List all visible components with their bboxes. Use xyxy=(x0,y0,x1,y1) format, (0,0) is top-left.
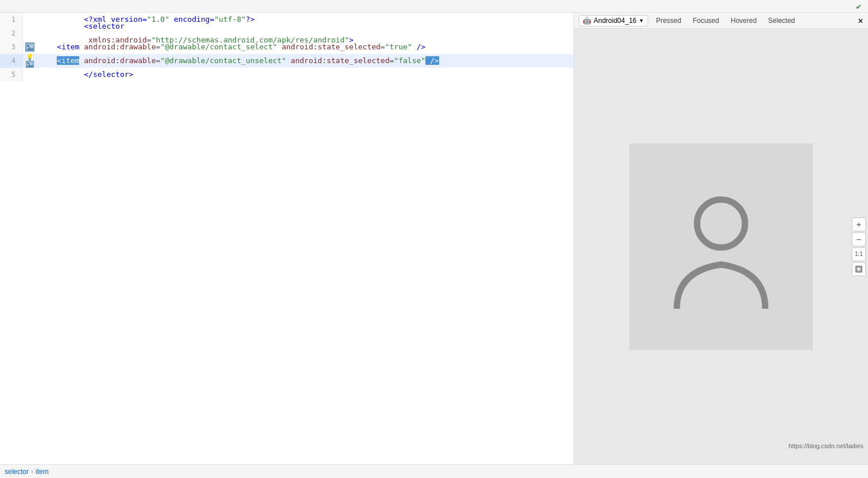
line-number-3: 3 xyxy=(0,40,23,54)
line-gutter-4: 💡 xyxy=(23,54,37,68)
url-tooltip: https://blog.csdn.net/ladies xyxy=(789,442,863,449)
state-focused-button[interactable]: Focused xyxy=(689,15,723,26)
line-content-5: </selector> xyxy=(37,54,133,95)
breadcrumb-separator: › xyxy=(31,468,33,476)
line-number-1: 1 xyxy=(0,13,23,26)
code-editor: 1 <?xml version="1.0" encoding="utf-8"?>… xyxy=(0,13,574,464)
svg-rect-10 xyxy=(857,267,861,271)
android-version-label: Android04_16 xyxy=(594,17,637,25)
svg-point-8 xyxy=(697,199,745,247)
svg-point-2 xyxy=(27,45,29,47)
zoom-ratio-button[interactable]: 1:1 xyxy=(852,247,866,261)
line-gutter-3[interactable] xyxy=(23,42,37,52)
zoom-fit-button[interactable] xyxy=(852,262,866,276)
svg-point-6 xyxy=(28,63,29,64)
line-number-2: 2 xyxy=(0,26,23,40)
state-selected-button[interactable]: Selected xyxy=(765,15,799,26)
breadcrumb-selector[interactable]: selector xyxy=(5,468,29,476)
state-pressed-button[interactable]: Pressed xyxy=(653,15,685,26)
preview-panel: 🤖 Android04_16 ▼ Pressed Focused Hovered… xyxy=(574,13,868,464)
android-version-selector[interactable]: 🤖 Android04_16 ▼ xyxy=(579,15,648,26)
drawable-preview-icon-3[interactable] xyxy=(25,42,34,52)
drawable-preview-icon-4[interactable] xyxy=(26,61,34,68)
preview-image-area xyxy=(629,143,813,350)
lightbulb-icon[interactable]: 💡 xyxy=(26,54,34,60)
preview-canvas: + − 1:1 xyxy=(574,29,868,464)
state-hovered-button[interactable]: Hovered xyxy=(727,15,760,26)
zoom-out-button[interactable]: − xyxy=(852,232,866,246)
preview-close[interactable]: ✕ xyxy=(858,15,863,26)
zoom-toolbar: + − 1:1 xyxy=(850,215,868,278)
line-number-5: 5 xyxy=(0,68,23,81)
person-silhouette xyxy=(658,182,784,311)
dropdown-icon: ▼ xyxy=(639,18,644,24)
android-icon: 🤖 xyxy=(583,17,591,25)
zoom-in-button[interactable]: + xyxy=(852,217,866,231)
breadcrumb-item[interactable]: item xyxy=(36,468,49,476)
status-bar: selector › item xyxy=(0,464,868,478)
checkmark-icon: ✔ xyxy=(857,2,861,11)
preview-toolbar: 🤖 Android04_16 ▼ Pressed Focused Hovered… xyxy=(574,13,868,29)
line-number-4: 4 xyxy=(0,54,23,68)
code-line-5: 5 </selector> xyxy=(0,68,574,81)
